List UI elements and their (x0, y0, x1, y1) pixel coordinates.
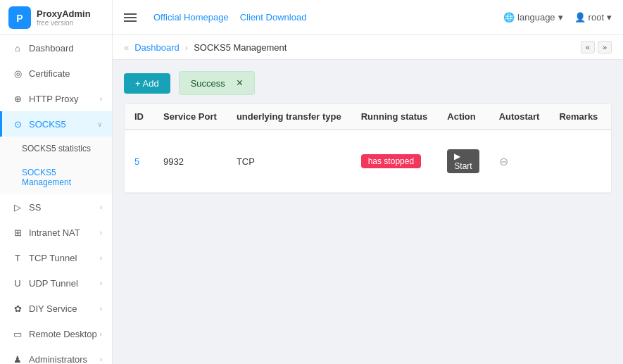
success-alert: Success × (179, 71, 255, 95)
main-content: Official Homepage Client Download 🌐 lang… (113, 0, 623, 364)
ss-icon: ▷ (12, 201, 23, 213)
autostart-icon: ⊖ (499, 156, 508, 168)
globe-icon: 🌐 (503, 12, 515, 23)
socks5-submenu: SOCKS5 statistics SOCKS5 Management (0, 137, 112, 194)
user-icon: 👤 (574, 12, 586, 23)
sidebar-item-ss[interactable]: ▷ SS › (0, 194, 112, 220)
row-service-port: 9932 (153, 130, 227, 193)
chevron-lang-icon: ▾ (558, 12, 563, 23)
topbar: Official Homepage Client Download 🌐 lang… (113, 0, 623, 35)
desktop-icon: ▭ (12, 328, 23, 339)
col-running-status: Running status (351, 104, 438, 130)
chevron-desktop-icon: › (100, 330, 102, 338)
breadcrumb-home[interactable]: Dashboard (134, 42, 180, 53)
sidebar-item-dashboard[interactable]: ⌂ Dashboard (0, 35, 112, 61)
row-transfer-type: TCP (227, 130, 351, 193)
sidebar-label-certificate: Certificate (29, 68, 70, 79)
topbar-left: Official Homepage Client Download (124, 12, 306, 23)
diy-icon: ✿ (12, 303, 23, 314)
udp-icon: U (12, 277, 23, 289)
col-action: Action (437, 104, 489, 130)
cert-icon: ◎ (12, 68, 23, 79)
data-table: ID Service Port underlying transfer type… (124, 103, 612, 194)
language-label: language (517, 12, 555, 23)
user-menu[interactable]: 👤 root ▾ (574, 12, 612, 23)
socks5-icon: ⊙ (12, 118, 23, 130)
sidebar-item-remote-desktop[interactable]: ▭ Remote Desktop › (0, 321, 112, 346)
sidebar-label-remote-desktop: Remote Desktop (29, 329, 97, 339)
hamburger-menu[interactable] (124, 13, 137, 22)
sidebar-item-intranet-nat[interactable]: ⊞ Intranet NAT › (0, 220, 112, 245)
sidebar-item-certificate[interactable]: ◎ Certificate (0, 61, 112, 86)
page-content: + Add Success × ID Service Port underlyi… (113, 60, 623, 364)
breadcrumb-separator: › (185, 42, 188, 53)
breadcrumb-bar: « Dashboard › SOCKS5 Management « » (113, 35, 623, 60)
svg-text:P: P (16, 13, 23, 24)
sidebar-item-tcp-tunnel[interactable]: T TCP Tunnel › (0, 245, 112, 270)
col-transfer-type: underlying transfer type (227, 104, 351, 130)
sidebar-label-administrators: Administrators (29, 354, 87, 365)
nat-icon: ⊞ (12, 227, 23, 238)
col-id: ID (125, 104, 153, 130)
breadcrumb-next-btn[interactable]: » (598, 41, 612, 54)
sidebar-item-socks5[interactable]: ⊙ SOCKS5 ∨ (0, 111, 112, 137)
breadcrumb-arrows: « » (581, 41, 612, 54)
chevron-user-icon: ▾ (607, 12, 612, 23)
tcp-icon: T (12, 252, 23, 263)
sidebar-label-udp-tunnel: UDP Tunnel (29, 278, 78, 289)
start-action-btn[interactable]: ▶ Start (447, 149, 479, 173)
sidebar-item-socks5-management[interactable]: SOCKS5 Management (0, 161, 112, 194)
chevron-down-icon: ∨ (97, 120, 102, 128)
breadcrumb-arrow-left: « (124, 42, 129, 53)
col-remarks: Remarks (549, 104, 608, 130)
topbar-right: 🌐 language ▾ 👤 root ▾ (503, 12, 612, 23)
app-title: ProxyAdmin (37, 8, 91, 19)
sidebar-item-administrators[interactable]: ♟ Administrators › (0, 346, 112, 364)
row-id[interactable]: 5 (134, 156, 139, 167)
sidebar-label-socks5: SOCKS5 (29, 119, 66, 130)
sidebar-label-ss: SS (29, 202, 41, 213)
official-homepage-link[interactable]: Official Homepage (153, 12, 229, 23)
col-service-port: Service Port (153, 104, 227, 130)
sidebar-logo: P ProxyAdmin free version (0, 0, 112, 35)
row-remarks (549, 130, 608, 193)
socks5-statistics-label: SOCKS5 statistics (22, 144, 91, 153)
client-download-link[interactable]: Client Download (240, 12, 307, 23)
chevron-tcp-icon: › (100, 254, 102, 262)
sidebar-item-http-proxy[interactable]: ⊕ HTTP Proxy › (0, 86, 112, 111)
sidebar-label-tcp-tunnel: TCP Tunnel (29, 253, 77, 263)
col-operation: operation (608, 104, 612, 130)
table-row: 5 9932 TCP has stopped ▶ Start ⊖ ✓ modif… (125, 130, 612, 193)
add-button[interactable]: + Add (124, 73, 170, 94)
toolbar: + Add Success × (124, 71, 612, 95)
table-header-row: ID Service Port underlying transfer type… (125, 104, 612, 130)
alert-close-button[interactable]: × (237, 77, 243, 89)
breadcrumb-current: SOCKS5 Management (194, 42, 287, 53)
app-subtitle: free version (37, 19, 91, 27)
admin-icon: ♟ (12, 353, 23, 364)
chevron-udp-icon: › (100, 280, 102, 287)
sidebar-label-dashboard: Dashboard (29, 43, 74, 54)
sidebar-label-intranet-nat: Intranet NAT (29, 227, 80, 238)
chevron-ss-icon: › (100, 203, 102, 211)
sidebar: P ProxyAdmin free version ⌂ Dashboard ◎ … (0, 0, 113, 364)
running-status-badge: has stopped (361, 154, 421, 168)
sidebar-item-socks5-statistics[interactable]: SOCKS5 statistics (0, 137, 112, 161)
language-selector[interactable]: 🌐 language ▾ (503, 12, 563, 23)
sidebar-label-diy-service: DIY Service (29, 303, 77, 314)
chevron-nat-icon: › (100, 229, 102, 237)
sidebar-item-diy-service[interactable]: ✿ DIY Service › (0, 296, 112, 321)
logo-icon: P (8, 6, 31, 29)
http-icon: ⊕ (12, 93, 23, 104)
sidebar-item-udp-tunnel[interactable]: U UDP Tunnel › (0, 270, 112, 296)
breadcrumb-prev-btn[interactable]: « (581, 41, 595, 54)
user-label: root (589, 12, 604, 23)
breadcrumb-left: « Dashboard › SOCKS5 Management (124, 42, 287, 53)
sidebar-label-http-proxy: HTTP Proxy (29, 94, 79, 104)
home-icon: ⌂ (12, 42, 23, 54)
topbar-nav: Official Homepage Client Download (153, 12, 306, 23)
chevron-right-icon: › (100, 95, 102, 103)
chevron-diy-icon: › (100, 305, 102, 313)
col-autostart: Autostart (489, 104, 550, 130)
chevron-admin-icon: › (100, 356, 102, 363)
